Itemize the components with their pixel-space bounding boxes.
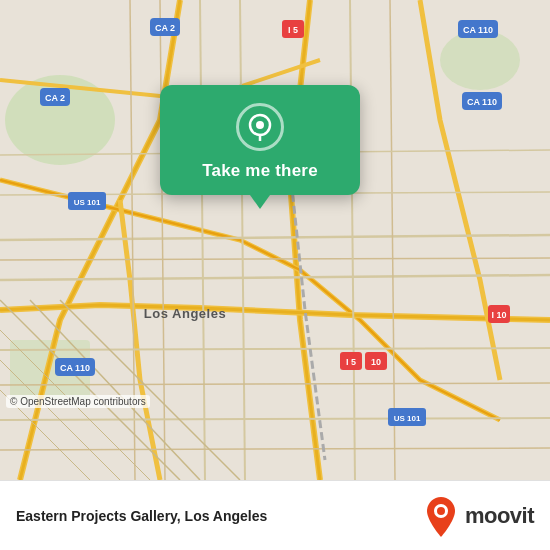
moovit-logo: moovit — [423, 495, 534, 537]
bottom-bar: Eastern Projects Gallery, Los Angeles mo… — [0, 480, 550, 550]
svg-text:CA 110: CA 110 — [467, 97, 497, 107]
moovit-pin-icon — [423, 495, 459, 537]
svg-text:CA 2: CA 2 — [155, 23, 175, 33]
svg-point-49 — [256, 121, 264, 129]
svg-text:US 101: US 101 — [394, 414, 421, 423]
map-attribution: © OpenStreetMap contributors — [6, 395, 150, 408]
svg-text:CA 2: CA 2 — [45, 93, 65, 103]
svg-text:US 101: US 101 — [74, 198, 101, 207]
location-info: Eastern Projects Gallery, Los Angeles — [16, 508, 413, 524]
location-title: Eastern Projects Gallery, Los Angeles — [16, 508, 413, 524]
take-me-there-button[interactable]: Take me there — [160, 85, 360, 195]
map-container: CA 2 CA 2 CA 110 CA 110 I 5 US 101 I 10 … — [0, 0, 550, 480]
svg-text:I 5: I 5 — [288, 25, 298, 35]
svg-point-2 — [440, 30, 520, 90]
map-background: CA 2 CA 2 CA 110 CA 110 I 5 US 101 I 10 … — [0, 0, 550, 480]
svg-point-52 — [437, 507, 445, 515]
svg-text:I 10: I 10 — [491, 310, 506, 320]
svg-text:Los Angeles: Los Angeles — [144, 306, 226, 321]
location-pin-icon — [236, 103, 284, 151]
svg-text:10: 10 — [371, 357, 381, 367]
svg-text:CA 110: CA 110 — [463, 25, 493, 35]
svg-text:CA 110: CA 110 — [60, 363, 90, 373]
moovit-brand-text: moovit — [465, 503, 534, 529]
svg-text:I 5: I 5 — [346, 357, 356, 367]
take-me-there-label: Take me there — [202, 161, 318, 181]
